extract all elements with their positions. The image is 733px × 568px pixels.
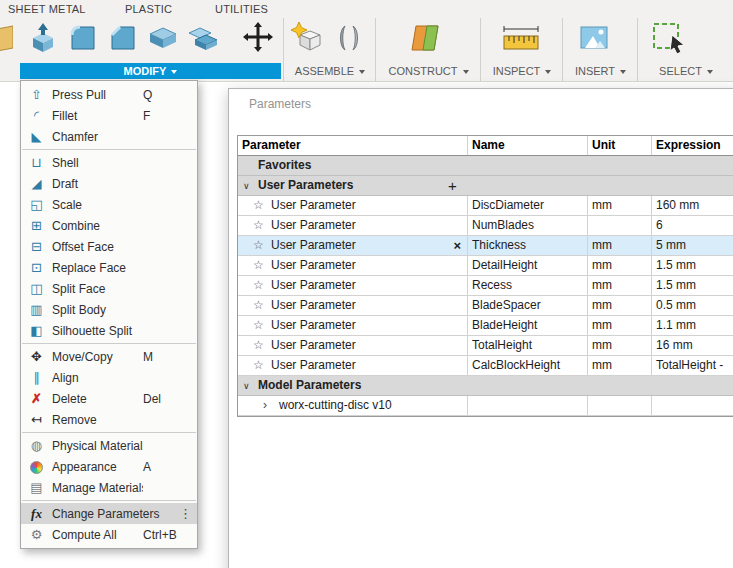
move-copy-button[interactable] [242, 21, 274, 57]
menu-item-offset-face[interactable]: ⊟ Offset Face [21, 236, 197, 257]
press-pull-button[interactable] [26, 21, 60, 59]
param-row-bladeheight[interactable]: ☆User Parameter BladeHeight mm 1.1 mm [238, 316, 733, 336]
param-row-recess[interactable]: ☆User Parameter Recess mm 1.5 mm [238, 276, 733, 296]
select-dropdown-button[interactable]: SELECT [638, 63, 733, 79]
tab-sheet-metal[interactable]: SHEET METAL [8, 3, 86, 15]
param-name-cell[interactable]: TotalHeight [468, 336, 588, 355]
favorite-star-icon[interactable]: ☆ [253, 216, 266, 235]
param-row-thickness[interactable]: ☆User Parameter × Thickness mm 5 mm [238, 236, 733, 256]
favorite-star-icon[interactable]: ☆ [253, 256, 266, 275]
chevron-down-icon[interactable]: ∨ [243, 376, 255, 396]
model-document-row[interactable]: ›worx-cutting-disc v10 [238, 396, 733, 416]
kebab-menu-icon[interactable]: ⋮ [179, 503, 192, 524]
param-expression-cell[interactable]: 160 mm [652, 196, 733, 215]
param-expression-cell[interactable]: 1.5 mm [652, 276, 733, 295]
param-row-detailheight[interactable]: ☆User Parameter DetailHeight mm 1.5 mm [238, 256, 733, 276]
menu-item-delete[interactable]: ✗ Delete Del [21, 388, 197, 409]
menu-item-shell[interactable]: ⊔ Shell [21, 152, 197, 173]
model-parameters-group-row[interactable]: ∨ Model Parameters [238, 376, 733, 396]
menu-item-change-parameters[interactable]: fx Change Parameters ⋮ [21, 503, 197, 524]
favorite-star-icon[interactable]: ☆ [253, 196, 266, 215]
param-expression-cell[interactable]: 5 mm [652, 236, 733, 255]
param-expression-cell[interactable]: 6 [652, 216, 733, 235]
move-copy-icon: ✥ [28, 346, 45, 367]
menu-item-label: Compute All [52, 528, 143, 542]
add-parameter-button[interactable]: + [448, 176, 457, 195]
favorite-star-icon[interactable]: ☆ [253, 276, 266, 295]
insert-canvas-button[interactable] [577, 21, 611, 59]
menu-item-appearance[interactable]: Appearance A [21, 456, 197, 477]
param-row-calcblockheight[interactable]: ☆User Parameter CalcBlockHeight mm Total… [238, 356, 733, 376]
menu-item-scale[interactable]: ◱ Scale [21, 194, 197, 215]
inspect-dropdown-button[interactable]: INSPECT [481, 63, 563, 79]
favorite-star-icon[interactable]: ☆ [253, 296, 266, 315]
menu-item-align[interactable]: ∥ Align [21, 367, 197, 388]
param-name-cell[interactable]: DiscDiameter [468, 196, 588, 215]
menu-item-chamfer[interactable]: ◣ Chamfer [21, 126, 197, 147]
menu-item-physical-material[interactable]: ◍ Physical Material [21, 435, 197, 456]
param-name-cell[interactable]: BladeHeight [468, 316, 588, 335]
offset-face-icon: ⊟ [28, 236, 45, 257]
tab-utilities[interactable]: UTILITIES [215, 3, 268, 15]
favorite-star-icon[interactable]: ☆ [253, 336, 266, 355]
chamfer-button[interactable] [106, 21, 140, 59]
tab-plastic[interactable]: PLASTIC [125, 3, 172, 15]
measure-button[interactable] [501, 21, 541, 59]
param-expression-cell[interactable]: 0.5 mm [652, 296, 733, 315]
param-name-cell[interactable]: BladeSpacer [468, 296, 588, 315]
menu-separator [22, 343, 196, 344]
partial-toolbar-icon[interactable] [0, 22, 13, 58]
param-name-cell[interactable]: Thickness [468, 236, 588, 255]
assemble-dropdown-button[interactable]: ASSEMBLE [284, 63, 376, 79]
param-name-cell[interactable]: CalcBlockHeight [468, 356, 588, 375]
user-parameters-group-row[interactable]: ∨ User Parameters + [238, 176, 733, 196]
menu-item-combine[interactable]: ⊞ Combine [21, 215, 197, 236]
group-assemble: ASSEMBLE [283, 18, 376, 81]
param-row-numblades[interactable]: ☆User Parameter NumBlades 6 [238, 216, 733, 236]
modify-dropdown-button[interactable]: MODIFY [20, 63, 281, 79]
favorite-star-icon[interactable]: ☆ [253, 356, 266, 375]
param-row-totalheight[interactable]: ☆User Parameter TotalHeight mm 16 mm [238, 336, 733, 356]
menu-item-remove[interactable]: ↤ Remove [21, 409, 197, 430]
param-expression-cell[interactable]: 16 mm [652, 336, 733, 355]
group-label: Model Parameters [258, 376, 361, 395]
fillet-button[interactable] [66, 21, 100, 59]
shell-button[interactable] [146, 21, 180, 59]
inspect-label: INSPECT [493, 65, 541, 77]
menu-item-label: Physical Material [52, 439, 143, 453]
new-component-button[interactable] [290, 21, 324, 59]
menu-item-label: Replace Face [52, 261, 143, 275]
menu-item-move-copy[interactable]: ✥ Move/Copy M [21, 346, 197, 367]
param-name-cell[interactable]: Recess [468, 276, 588, 295]
param-expression-cell[interactable]: TotalHeight - [652, 356, 733, 375]
construct-plane-button[interactable] [408, 21, 442, 59]
menu-item-split-body[interactable]: ▥ Split Body [21, 299, 197, 320]
menu-item-split-face[interactable]: ◫ Split Face [21, 278, 197, 299]
menu-item-press-pull[interactable]: ⇧ Press Pull Q [21, 84, 197, 105]
param-name-cell[interactable]: NumBlades [468, 216, 588, 235]
param-name-cell[interactable]: DetailHeight [468, 256, 588, 275]
menu-item-draft[interactable]: ◢ Draft [21, 173, 197, 194]
param-row-bladespacer[interactable]: ☆User Parameter BladeSpacer mm 0.5 mm [238, 296, 733, 316]
favorite-star-icon[interactable]: ☆ [253, 236, 266, 255]
group-construct: CONSTRUCT [375, 18, 481, 81]
chevron-down-icon[interactable]: ∨ [243, 176, 255, 196]
construct-dropdown-button[interactable]: CONSTRUCT [376, 63, 481, 79]
select-button[interactable] [650, 21, 690, 61]
delete-parameter-icon[interactable]: × [453, 236, 461, 255]
joint-button[interactable] [332, 21, 366, 59]
menu-item-compute-all[interactable]: ⚙ Compute All Ctrl+B [21, 524, 197, 545]
param-expression-cell[interactable]: 1.5 mm [652, 256, 733, 275]
param-row-discdiameter[interactable]: ☆User Parameter DiscDiameter mm 160 mm [238, 196, 733, 216]
insert-dropdown-button[interactable]: INSERT [563, 63, 638, 79]
menu-item-manage-materials[interactable]: ▤ Manage Materials [21, 477, 197, 498]
press-pull-icon: ⇧ [28, 84, 45, 105]
chevron-right-icon[interactable]: › [263, 396, 273, 415]
favorite-star-icon[interactable]: ☆ [253, 316, 266, 335]
menu-item-replace-face[interactable]: ⊡ Replace Face [21, 257, 197, 278]
combine-button[interactable] [186, 21, 220, 59]
menu-item-fillet[interactable]: ◜ Fillet F [21, 105, 197, 126]
menu-item-silhouette-split[interactable]: ◧ Silhouette Split [21, 320, 197, 341]
param-expression-cell[interactable]: 1.1 mm [652, 316, 733, 335]
favorites-group-row[interactable]: Favorites [238, 156, 733, 176]
